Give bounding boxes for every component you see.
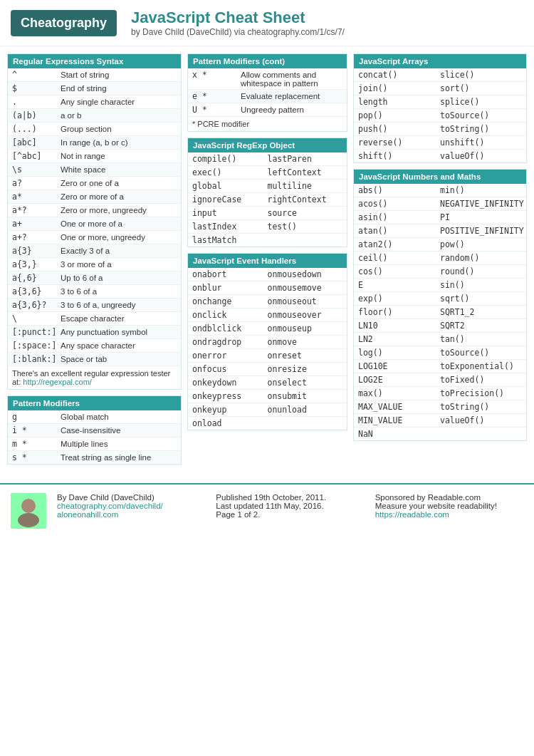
table-row: U *Ungreedy pattern <box>188 103 347 116</box>
row-col1: reverse() <box>358 138 440 147</box>
row-val: 3 to 6 of a <box>61 287 177 296</box>
row-col2: toSource() <box>440 348 522 358</box>
row-col2: test() <box>268 222 343 232</box>
row-col2: toString() <box>440 124 522 134</box>
footer-link1[interactable]: cheatography.com/davechild/ <box>57 502 163 510</box>
header: Cheatography JavaScript Cheat Sheet by D… <box>0 0 534 46</box>
row-col1: ondblclick <box>192 323 268 333</box>
row-val: Allow comments and whitespace in pattern <box>241 71 342 88</box>
table-row: max()toPrecision() <box>354 387 526 400</box>
footer-published: Published 19th October, 2011. <box>216 493 326 502</box>
table-row: abs()min() <box>354 184 526 197</box>
row-val: a or b <box>61 111 177 120</box>
table-row: onabortonmousedown <box>188 268 347 281</box>
row-val: End of string <box>61 84 177 93</box>
table-row: compile()lastParen <box>188 152 347 166</box>
table-row: onkeydownonselect <box>188 376 347 390</box>
regex-note-link[interactable]: http://regexpal.com/ <box>23 378 92 386</box>
table-row: a+?One or more, ungreedy <box>8 231 181 244</box>
row-col1: pop() <box>358 110 440 120</box>
table-row: [abc]In range (a, b or c) <box>8 136 181 150</box>
table-row: atan()POSITIVE_INFINITY <box>354 224 526 238</box>
logo: Cheatography <box>11 10 117 36</box>
table-row: reverse()unshift() <box>354 136 526 150</box>
row-col1: atan() <box>358 226 440 236</box>
row-col2: onselect <box>268 378 343 388</box>
table-row: (a|b)a or b <box>8 109 181 123</box>
table-row: ondragdroponmove <box>188 336 347 349</box>
pattern-mod-cont-section: Pattern Modifiers (cont) x *Allow commen… <box>187 53 347 132</box>
table-row: a*?Zero or more, ungreedy <box>8 204 181 217</box>
table-row: (...)Group section <box>8 123 181 136</box>
arrays-header: JavaScript Arrays <box>354 54 526 68</box>
row-key: a{3,6}? <box>12 300 61 310</box>
row-col1: LN2 <box>358 334 440 344</box>
table-row: [:punct:]Any punctuation symbol <box>8 326 181 339</box>
row-key: \ <box>12 314 61 323</box>
row-col1: onchange <box>192 296 268 306</box>
page: Cheatography JavaScript Cheat Sheet by D… <box>0 0 534 756</box>
footer-link2[interactable]: aloneonahill.com <box>57 510 118 519</box>
row-col1: onkeypress <box>192 391 268 401</box>
row-col1: atan2() <box>358 239 440 249</box>
footer-sponsored-link[interactable]: https://readable.com <box>375 510 449 519</box>
row-col2: sqrt() <box>440 294 522 304</box>
pattern-mod-section: Pattern Modifiers gGlobal matchi *Case-i… <box>7 395 182 465</box>
row-col1: LN10 <box>358 321 440 331</box>
pattern-mod-rows: gGlobal matchi *Case-insensitivem *Multi… <box>8 410 181 464</box>
row-col1: max() <box>358 388 440 398</box>
table-row: MAX_VALUEtoString() <box>354 400 526 414</box>
row-val: Multiple lines <box>61 440 177 448</box>
row-col2: round() <box>440 266 522 276</box>
table-row: ^Start of string <box>8 68 181 82</box>
table-row: acos()NEGATIVE_INFINITY <box>354 197 526 211</box>
table-row: i *Case-insensitive <box>8 424 181 437</box>
row-col2: onmouseover <box>268 310 343 320</box>
row-val: Exactly 3 of a <box>61 247 177 255</box>
table-row: ondblclickonmouseup <box>188 322 347 336</box>
row-val: Zero or more, ungreedy <box>61 206 177 214</box>
row-key: (...) <box>12 124 61 134</box>
table-row: a{3,6}3 to 6 of a <box>8 285 181 299</box>
table-row: LN10SQRT2 <box>354 319 526 333</box>
row-val: Up to 6 of a <box>61 274 177 282</box>
table-row: globalmultiline <box>188 180 347 193</box>
row-col2: POSITIVE_INFINITY <box>440 226 522 236</box>
row-col1: input <box>192 208 268 218</box>
row-col1: MIN_VALUE <box>358 415 440 425</box>
main-content: Regular Expressions Syntax ^Start of str… <box>0 46 534 477</box>
table-row: exp()sqrt() <box>354 292 526 306</box>
row-col2 <box>440 429 522 439</box>
row-col1: onfocus <box>192 364 268 374</box>
row-col1: onclick <box>192 310 268 320</box>
row-col1: length <box>358 97 440 107</box>
row-col1: global <box>192 181 268 191</box>
row-col1: LOG2E <box>358 375 440 385</box>
table-row: a+One or more of a <box>8 217 181 231</box>
row-key: a*? <box>12 205 61 215</box>
regex-note: There's an excellent regular expression … <box>8 366 181 389</box>
footer-page: Page 1 of 2. <box>216 510 260 519</box>
row-col1: shift() <box>358 151 440 161</box>
row-col1: onerror <box>192 351 268 361</box>
row-val: Zero or one of a <box>61 179 177 187</box>
footer: By Dave Child (DaveChild) cheatography.c… <box>0 483 534 537</box>
author-avatar <box>11 493 46 529</box>
table-row: x *Allow comments and whitespace in patt… <box>188 68 347 90</box>
footer-sponsored-by: Sponsored by Readable.com <box>375 493 481 502</box>
row-key: s * <box>12 452 61 462</box>
row-col1: join() <box>358 83 440 93</box>
row-col1: ceil() <box>358 253 440 263</box>
svg-point-2 <box>18 513 39 527</box>
row-col2: unshift() <box>440 138 522 147</box>
table-row: \Escape character <box>8 312 181 326</box>
row-col2: slice() <box>440 70 522 80</box>
row-col2: toString() <box>440 402 522 412</box>
row-col1: LOG10E <box>358 361 440 371</box>
table-row: onload <box>188 417 347 430</box>
row-col1: onkeydown <box>192 378 268 388</box>
table-row: lastIndextest() <box>188 220 347 234</box>
table-row: .Any single character <box>8 95 181 109</box>
numbers-header: JavaScript Numbers and Maths <box>354 170 526 184</box>
row-col2: valueOf() <box>440 415 522 425</box>
